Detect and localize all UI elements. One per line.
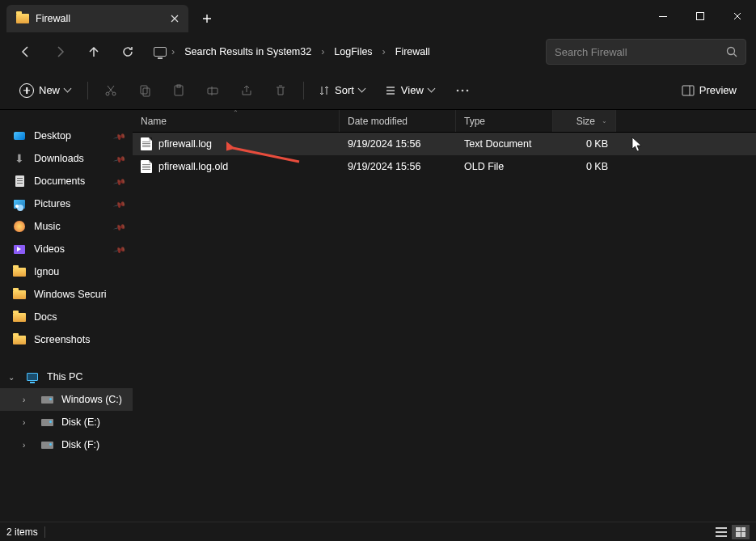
sidebar-item[interactable]: Pictures📌 [0,192,133,215]
sidebar-item-label: Docs [34,311,57,323]
file-type: Text Document [456,138,553,150]
breadcrumb-item[interactable]: Search Results in System32 [179,43,316,61]
sidebar-item[interactable]: Screenshots [0,328,133,351]
refresh-button[interactable] [112,37,144,66]
status-bar: 2 items [0,522,756,541]
chevron-down-icon: ⌄ [8,373,18,382]
svg-point-4 [112,92,116,95]
sidebar-item-drive[interactable]: ›Disk (E:) [0,411,133,433]
up-button[interactable] [78,37,110,66]
file-list-pane: Name ⌃ Date modified Type Size⌄ pfirewal… [133,110,756,522]
maximize-button[interactable] [682,0,719,32]
sidebar-item-label: Music [34,221,61,232]
navigation-bar: › Search Results in System32 › LogFiles … [0,32,756,71]
svg-rect-6 [143,88,150,96]
large-icons-icon [736,527,745,537]
sidebar-item-drive[interactable]: ›Disk (F:) [0,433,133,456]
copy-button[interactable] [129,77,161,104]
column-header-name[interactable]: Name ⌃ [133,110,340,132]
command-bar: New Sort View [0,71,756,110]
breadcrumb-item[interactable]: LogFiles [329,43,377,61]
sidebar-item[interactable]: Music📌 [0,215,133,238]
folder-icon [13,313,26,322]
folder-icon [13,290,26,299]
column-header-size[interactable]: Size⌄ [553,110,616,132]
tab-close-button[interactable] [169,13,180,24]
pics-icon [14,200,25,209]
details-view-icon [716,527,727,537]
chevron-down-icon [65,87,73,95]
pin-icon: 📌 [113,129,126,142]
sidebar-item-label: Screenshots [34,334,90,345]
details-view-toggle[interactable] [712,525,730,539]
svg-point-2 [728,48,735,55]
pin-icon: 📌 [113,243,126,256]
folder-icon [13,336,26,344]
sidebar-item-label: Downloads [34,153,84,164]
share-button[interactable] [230,77,263,104]
docs-icon [15,175,24,187]
drive-icon [41,396,53,404]
file-row[interactable]: pfirewall.log9/19/2024 15:56Text Documen… [133,133,756,155]
sidebar-item-label: Videos [34,243,65,255]
drive-icon [41,419,53,426]
chevron-down-icon: ⌄ [602,117,607,125]
sidebar-item[interactable]: Ignou [0,260,133,283]
window-tab[interactable]: Firewall [6,5,188,32]
preview-button[interactable]: Preview [674,77,745,104]
chevron-right-icon: › [319,46,326,57]
paste-button[interactable] [163,77,195,104]
svg-point-3 [106,92,109,95]
delete-button[interactable] [264,77,297,104]
sidebar-item[interactable]: ⬇Downloads📌 [0,147,133,170]
column-header-date[interactable]: Date modified [340,110,456,132]
folder-icon [16,14,29,23]
svg-point-10 [457,89,459,91]
back-button[interactable] [10,37,42,66]
sort-button[interactable]: Sort [310,77,375,104]
sort-indicator-icon: ⌃ [233,109,239,116]
breadcrumb-bar: › Search Results in System32 › LogFiles … [154,43,544,61]
preview-pane-icon [682,85,695,96]
file-row[interactable]: pfirewall.log.old9/19/2024 15:56OLD File… [133,155,756,178]
minimize-button[interactable] [644,0,682,32]
column-header-type[interactable]: Type [456,110,553,132]
chevron-right-icon: › [23,418,32,427]
chevron-down-icon [429,87,437,95]
item-count: 2 items [6,526,38,538]
chevron-right-icon: › [23,395,32,404]
pin-icon: 📌 [113,175,126,188]
svg-point-12 [467,89,469,91]
new-tab-button[interactable] [193,5,221,32]
rename-button[interactable] [196,77,229,104]
svg-rect-13 [682,86,694,95]
sidebar-item[interactable]: Videos📌 [0,238,133,260]
sidebar-item[interactable]: Documents📌 [0,170,133,192]
videos-icon [14,245,25,254]
close-window-button[interactable] [719,0,756,32]
search-box[interactable] [546,39,746,65]
new-button[interactable]: New [11,77,81,104]
file-size: 0 KB [553,161,616,172]
music-icon [14,221,25,232]
sidebar-item-drive[interactable]: ›Windows (C:) [0,388,133,411]
sidebar-item[interactable]: Windows Securi [0,283,133,306]
chevron-right-icon: › [170,46,176,57]
large-icons-view-toggle[interactable] [732,525,750,539]
sidebar-item[interactable]: Docs [0,306,133,328]
chevron-down-icon [359,87,367,95]
sidebar-item-label: Desktop [34,130,71,142]
svg-rect-5 [141,86,147,94]
forward-button[interactable] [44,37,76,66]
more-button[interactable] [446,77,479,104]
cut-button[interactable] [95,77,127,104]
view-button[interactable]: View [377,77,445,104]
title-bar: Firewall [0,0,756,32]
sidebar-item[interactable]: Desktop📌 [0,125,133,147]
sidebar-item-label: Documents [34,175,85,187]
plus-circle-icon [19,83,34,98]
sidebar-item-this-pc[interactable]: ⌄ This PC [0,366,133,388]
breadcrumb-item[interactable]: Firewall [391,43,435,61]
search-input[interactable] [555,46,720,58]
file-icon [141,160,152,173]
